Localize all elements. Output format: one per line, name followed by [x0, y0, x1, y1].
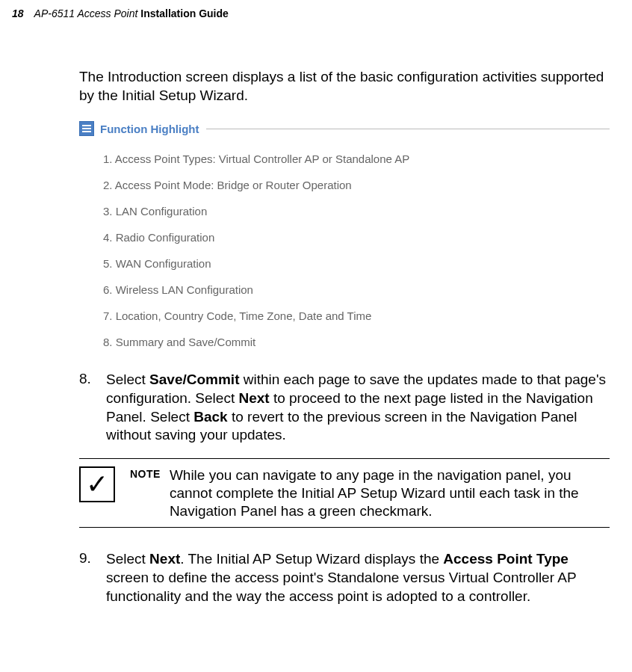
text-bold: Access Point Type: [443, 551, 569, 567]
text-part: Select: [106, 551, 149, 567]
text-part: screen to define the access point's Stan…: [106, 570, 576, 604]
step-text: Select Save/Commit within each page to s…: [106, 371, 610, 445]
page-number: 18: [12, 7, 24, 19]
note-box: ✓ NOTE While you can navigate to any pag…: [79, 458, 610, 528]
step-8: 8. Select Save/Commit within each page t…: [79, 371, 610, 445]
function-item: 7. Location, Country Code, Time Zone, Da…: [103, 309, 610, 322]
function-highlight-header: Function Highlight: [79, 121, 610, 136]
function-item: 4. Radio Configuration: [103, 231, 610, 244]
intro-paragraph: The Introduction screen displays a list …: [79, 68, 610, 105]
note-text: While you can navigate to any page in th…: [170, 466, 610, 520]
doc-title-bold: Installation Guide: [140, 7, 228, 19]
function-item: 6. Wireless LAN Configuration: [103, 283, 610, 296]
list-icon: [79, 121, 94, 136]
function-item: 1. Access Point Types: Virtual Controlle…: [103, 152, 610, 165]
horizontal-rule: [206, 129, 610, 129]
function-item: 3. LAN Configuration: [103, 205, 610, 218]
function-highlight-title: Function Highlight: [100, 123, 199, 135]
function-list: 1. Access Point Types: Virtual Controlle…: [79, 152, 610, 348]
page-header: 18 AP-6511 Access Point Installation Gui…: [0, 0, 632, 31]
step-9: 9. Select Next. The Initial AP Setup Wiz…: [79, 550, 610, 605]
step-number: 8.: [79, 371, 106, 445]
note-icon-box: ✓: [79, 466, 115, 502]
text-part: . The Initial AP Setup Wizard displays t…: [180, 551, 443, 567]
text-bold: Save/Commit: [149, 372, 239, 387]
function-highlight-section: Function Highlight 1. Access Point Types…: [79, 121, 610, 348]
doc-title-italic: AP-6511 Access Point: [34, 7, 138, 19]
page-content: The Introduction screen displays a list …: [0, 68, 632, 605]
step-text: Select Next. The Initial AP Setup Wizard…: [106, 550, 610, 605]
text-part: Select: [106, 372, 149, 387]
function-item: 5. WAN Configuration: [103, 257, 610, 270]
text-bold: Next: [149, 551, 180, 567]
function-item: 8. Summary and Save/Commit: [103, 336, 610, 348]
note-content: NOTE While you can navigate to any page …: [130, 466, 610, 520]
step-number: 9.: [79, 550, 106, 605]
note-label: NOTE: [130, 466, 161, 480]
text-bold: Next: [238, 390, 269, 406]
function-item: 2. Access Point Mode: Bridge or Router O…: [103, 179, 610, 191]
checkmark-icon: ✓: [86, 471, 108, 498]
text-bold: Back: [193, 409, 227, 425]
